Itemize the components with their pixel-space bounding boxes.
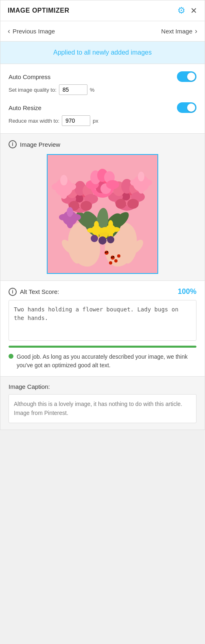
svg-point-89: [107, 251, 108, 253]
quality-unit: %: [90, 87, 95, 93]
svg-point-67: [106, 180, 119, 189]
auto-compress-input-row: Set image quality to: %: [9, 84, 196, 95]
svg-point-27: [101, 227, 109, 232]
alt-text-info-icon: i: [9, 288, 17, 296]
settings-section: Auto Compress Set image quality to: % Au…: [0, 64, 205, 134]
prev-arrow-icon: ‹: [8, 27, 10, 35]
auto-resize-header: Auto Resize: [9, 102, 196, 113]
previous-image-button[interactable]: ‹ Previous Image: [8, 27, 55, 35]
svg-point-86: [114, 259, 118, 262]
svg-point-84: [111, 256, 115, 260]
preview-section: i Image Preview: [0, 134, 205, 281]
caption-section: Image Caption: Although this is a lovely…: [0, 377, 205, 430]
app-title: IMAGE OPTIMIZER: [8, 7, 70, 14]
auto-compress-row: Auto Compress Set image quality to: %: [9, 71, 196, 95]
image-container: [47, 154, 158, 274]
svg-point-82: [67, 218, 73, 228]
flower-svg: [48, 155, 157, 273]
header: IMAGE OPTIMIZER ⚙ ✕: [0, 0, 205, 21]
next-arrow-icon: ›: [195, 27, 197, 35]
header-actions: ⚙ ✕: [177, 6, 197, 15]
svg-point-72: [138, 184, 144, 194]
alt-text-label: i Alt Text Score:: [9, 288, 59, 296]
previous-image-label: Previous Image: [13, 28, 55, 35]
settings-gear-button[interactable]: ⚙: [177, 6, 185, 15]
flower-image: [48, 155, 157, 273]
alt-text-header: i Alt Text Score: 100%: [9, 287, 196, 296]
svg-point-70: [138, 172, 144, 181]
auto-compress-label: Auto Compress: [9, 73, 50, 80]
width-input[interactable]: [62, 115, 90, 126]
alt-text-section: i Alt Text Score: 100% Two hands holding…: [0, 281, 205, 377]
alt-text-input[interactable]: Two hands holding a flower bouquet. Lady…: [9, 300, 196, 341]
preview-image-wrap: [9, 154, 196, 274]
width-unit: px: [93, 118, 98, 124]
caption-label: Image Caption:: [9, 383, 196, 390]
next-image-button[interactable]: Next Image ›: [161, 27, 197, 35]
svg-point-57: [116, 199, 126, 209]
svg-point-69: [130, 179, 140, 186]
svg-point-71: [142, 179, 152, 186]
svg-point-25: [108, 220, 113, 228]
svg-point-81: [71, 214, 81, 221]
svg-point-88: [105, 252, 107, 253]
image-navigation: ‹ Previous Image Next Image ›: [0, 21, 205, 42]
caption-text: Although this is a lovely image, it has …: [9, 394, 196, 423]
svg-point-77: [60, 188, 68, 199]
svg-point-85: [109, 261, 112, 265]
preview-label: Image Preview: [20, 141, 60, 148]
svg-point-90: [111, 257, 113, 258]
alt-text-label-text: Alt Text Score:: [20, 288, 59, 295]
preview-info-icon: i: [9, 140, 17, 148]
svg-point-30: [91, 235, 98, 242]
svg-point-83: [105, 251, 109, 255]
svg-point-56: [127, 199, 139, 209]
toggle-slider-2: [177, 102, 196, 113]
banner-text: Applied to all newly added images: [53, 49, 152, 56]
svg-point-87: [117, 254, 120, 258]
image-optimizer-panel: IMAGE OPTIMIZER ⚙ ✕ ‹ Previous Image Nex…: [0, 0, 205, 430]
progress-bar-fill: [9, 346, 196, 348]
svg-point-23: [87, 228, 95, 233]
width-prefix: Reduce max width to:: [9, 118, 59, 124]
svg-point-74: [52, 183, 62, 190]
svg-point-29: [98, 236, 107, 245]
next-image-label: Next Image: [161, 28, 192, 35]
svg-point-91: [113, 256, 114, 258]
alt-text-score: 100%: [178, 287, 196, 296]
svg-point-43: [81, 201, 92, 211]
svg-point-28: [112, 227, 120, 232]
auto-compress-toggle[interactable]: [177, 71, 196, 82]
svg-point-79: [59, 214, 69, 221]
good-job-text: Good job. As long as you accurately desc…: [17, 353, 196, 370]
close-button[interactable]: ✕: [190, 7, 197, 15]
auto-resize-row: Auto Resize Reduce max width to: px: [9, 102, 196, 126]
svg-point-31: [107, 236, 114, 243]
svg-point-21: [94, 221, 99, 229]
good-job-message: Good job. As long as you accurately desc…: [9, 353, 196, 370]
auto-compress-header: Auto Compress: [9, 71, 196, 82]
toggle-slider: [177, 71, 196, 82]
svg-point-76: [65, 183, 76, 190]
auto-resize-label: Auto Resize: [9, 104, 41, 111]
quality-prefix: Set image quality to:: [9, 87, 57, 93]
auto-resize-input-row: Reduce max width to: px: [9, 115, 196, 126]
green-dot-icon: [9, 354, 13, 359]
progress-bar: [9, 346, 196, 348]
quality-input[interactable]: [59, 84, 87, 95]
svg-point-75: [60, 175, 68, 185]
preview-header: i Image Preview: [9, 140, 196, 148]
auto-resize-toggle[interactable]: [177, 102, 196, 113]
applied-banner: Applied to all newly added images: [0, 42, 205, 64]
